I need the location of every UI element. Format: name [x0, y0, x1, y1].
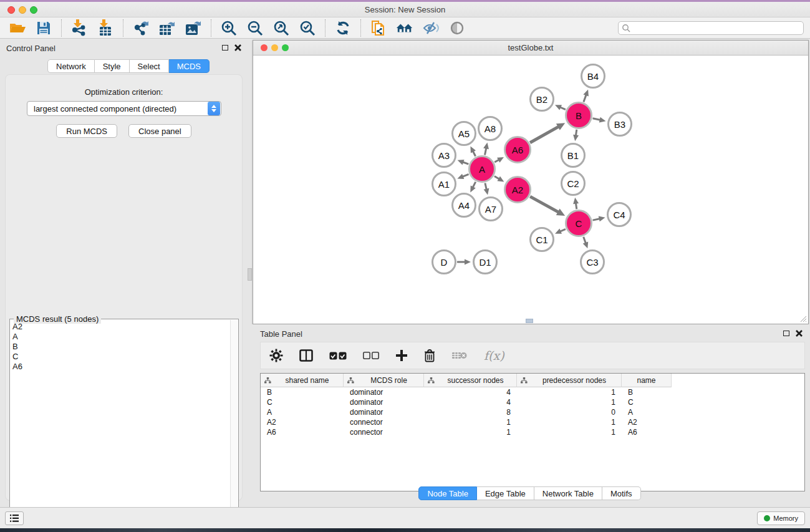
splitter-handle[interactable]: [248, 268, 252, 281]
criterion-select[interactable]: largest connected component (directed): [27, 101, 221, 116]
export-image-button[interactable]: [185, 19, 202, 37]
graph-node-C1[interactable]: C1: [529, 227, 554, 252]
tab-motifs[interactable]: Motifs: [602, 486, 641, 500]
export-table-icon: [158, 20, 176, 36]
graph-node-A[interactable]: A: [468, 155, 496, 183]
graph-node-A2[interactable]: A2: [504, 176, 531, 203]
export-network-button[interactable]: [132, 19, 150, 37]
zoom-fit-button[interactable]: [272, 19, 290, 37]
tab-style[interactable]: Style: [95, 59, 130, 73]
result-item[interactable]: B: [12, 342, 238, 352]
zoom-selected-button[interactable]: [299, 19, 316, 37]
graph-node-A3[interactable]: A3: [432, 143, 456, 168]
graph-node-A4[interactable]: A4: [451, 193, 476, 218]
add-column-button[interactable]: [395, 349, 408, 362]
task-history-button[interactable]: [5, 511, 24, 525]
refresh-button[interactable]: [334, 19, 352, 37]
table-settings-button[interactable]: [269, 349, 283, 362]
clone-network-button[interactable]: [370, 19, 387, 37]
result-item[interactable]: A6: [12, 362, 238, 372]
network-canvas[interactable]: B4B2BB3B1A5A8A3A6AA1A2C2A4A7C4CC1C3DD1: [254, 56, 808, 323]
close-panel-icon[interactable]: [234, 44, 241, 51]
show-all-networks-button[interactable]: [396, 19, 413, 37]
hide-selected-button[interactable]: [422, 19, 440, 37]
memory-button[interactable]: Memory: [757, 511, 805, 525]
graph-node-B4[interactable]: B4: [581, 64, 605, 89]
delete-table-icon: [451, 351, 468, 360]
criterion-selected-value: largest connected component (directed): [27, 104, 208, 114]
shared-column-icon: [521, 377, 528, 384]
plus-icon: [395, 349, 408, 362]
control-panel-title: Control Panel: [6, 44, 55, 53]
table-cell: 1: [424, 418, 517, 427]
table-row[interactable]: Cdominator41C: [261, 397, 804, 407]
column-header[interactable]: name: [622, 374, 672, 387]
tab-select[interactable]: Select: [130, 59, 169, 73]
zoom-in-button[interactable]: [220, 19, 238, 37]
tab-node-table[interactable]: Node Table: [418, 486, 477, 500]
deselect-all-button[interactable]: [363, 352, 379, 359]
open-file-button[interactable]: [9, 19, 26, 37]
delete-column-button[interactable]: [424, 349, 435, 362]
import-table-button[interactable]: [97, 19, 114, 37]
resize-grip-icon[interactable]: [798, 314, 807, 322]
column-header[interactable]: predecessor nodes: [517, 374, 622, 387]
window-title: Session: New Session: [0, 5, 810, 14]
float-panel-icon[interactable]: [783, 331, 789, 336]
column-manager-button[interactable]: [299, 349, 313, 362]
graph-node-A1[interactable]: A1: [432, 172, 456, 196]
graph-node-C3[interactable]: C3: [580, 249, 605, 274]
column-header[interactable]: shared name: [261, 374, 344, 387]
tab-network[interactable]: Network: [47, 59, 95, 73]
tab-edge-table[interactable]: Edge Table: [477, 486, 534, 500]
graph-node-C4[interactable]: C4: [607, 202, 632, 227]
graph-node-A5[interactable]: A5: [451, 121, 476, 146]
result-list-scrollbar[interactable]: [230, 320, 238, 526]
graph-node-C[interactable]: C: [565, 210, 592, 237]
save-session-button[interactable]: [35, 19, 52, 37]
function-builder-button[interactable]: f(x): [484, 349, 504, 362]
graph-edge[interactable]: [592, 118, 600, 120]
result-item[interactable]: C: [12, 352, 238, 362]
table-row[interactable]: Adominator80A: [261, 407, 804, 417]
status-bar: Memory: [0, 507, 810, 528]
delete-table-button[interactable]: [451, 351, 468, 360]
table-cell: 0: [517, 408, 622, 417]
table-row[interactable]: A6connector11A6: [261, 427, 804, 437]
search-input[interactable]: [618, 21, 804, 35]
graph-node-D1[interactable]: D1: [473, 249, 498, 274]
graph-node-B[interactable]: B: [565, 102, 592, 129]
graph-node-B1[interactable]: B1: [561, 143, 586, 168]
network-view-window: testGlobe.txt B4B2BB3B1A5A8A3A6AA1A2C2A4…: [253, 40, 809, 324]
run-mcds-button[interactable]: Run MCDS: [56, 124, 117, 138]
graph-node-A8[interactable]: A8: [478, 116, 503, 141]
zoom-fit-icon: [273, 20, 289, 36]
graph-node-C2[interactable]: C2: [561, 171, 586, 196]
table-row[interactable]: Bdominator41B: [261, 387, 804, 397]
graph-edge[interactable]: [530, 127, 559, 143]
close-panel-icon[interactable]: [796, 330, 803, 337]
float-panel-icon[interactable]: [222, 45, 228, 51]
table-row[interactable]: A2connector11A2: [261, 417, 804, 427]
graph-edge[interactable]: [530, 196, 559, 213]
table-cell: A2: [261, 418, 344, 427]
column-header[interactable]: successor nodes: [424, 374, 517, 387]
export-table-button[interactable]: [158, 19, 176, 37]
graph-node-B3[interactable]: B3: [607, 112, 632, 137]
close-panel-button[interactable]: Close panel: [128, 124, 191, 138]
zoom-out-button[interactable]: [246, 19, 264, 37]
tab-network-table[interactable]: Network Table: [534, 486, 602, 500]
result-item[interactable]: A: [12, 332, 238, 342]
splitter-handle[interactable]: [526, 319, 533, 323]
import-network-button[interactable]: [70, 19, 88, 37]
graph-node-A6[interactable]: A6: [504, 136, 531, 163]
mcds-result-title: MCDS result (5 nodes): [14, 314, 101, 324]
select-all-button[interactable]: [329, 352, 347, 360]
graph-node-B2[interactable]: B2: [529, 87, 554, 112]
tab-mcds[interactable]: MCDS: [169, 59, 210, 73]
column-header[interactable]: MCDS role: [344, 374, 424, 387]
show-selected-button[interactable]: [448, 19, 466, 37]
graph-node-A7[interactable]: A7: [478, 196, 503, 221]
graph-node-D[interactable]: D: [432, 249, 456, 274]
zoom-selected-icon: [299, 20, 316, 36]
